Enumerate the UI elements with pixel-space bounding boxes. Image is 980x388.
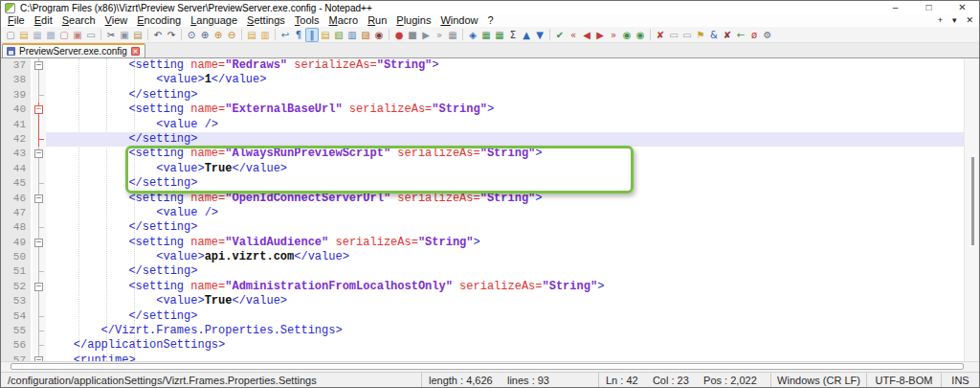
fold-toggle[interactable]: – <box>33 103 46 117</box>
replace-button[interactable]: ⊕ <box>198 28 212 42</box>
horizontal-scrollbar-thumb[interactable] <box>11 363 964 370</box>
macro-stop-button[interactable]: ■ <box>406 28 419 42</box>
code-text[interactable]: <value /> <box>46 206 979 220</box>
nav-first-button[interactable]: « <box>567 28 580 42</box>
bookmark-1-button[interactable]: ▭ <box>667 28 680 42</box>
run-button[interactable]: ◈ <box>466 28 479 42</box>
redo-button[interactable]: ↷ <box>165 28 178 42</box>
fold-toggle[interactable]: – <box>33 192 46 206</box>
menu-search[interactable]: Search <box>57 14 100 27</box>
code-text[interactable]: <setting name="AdministrationFromLocalho… <box>46 280 979 294</box>
fold-toggle[interactable]: – <box>33 58 46 73</box>
clear-marks-button[interactable]: ✘ <box>654 28 667 42</box>
fold-collapse-icon[interactable]: – <box>34 283 43 291</box>
code-text[interactable]: </setting> <box>46 88 979 103</box>
no-entry-button[interactable]: ø <box>747 28 761 42</box>
word-wrap-button[interactable]: ↩ <box>278 28 292 42</box>
status-eol-format[interactable]: Windows (CR LF) <box>770 373 866 387</box>
flag-button[interactable]: ⚑ <box>694 28 707 42</box>
sort-descending-button[interactable]: ▼ <box>533 28 546 42</box>
status-encoding[interactable]: UTF-8-BOM <box>866 373 941 387</box>
macro-record-button[interactable]: ● <box>392 28 406 42</box>
macro-play-button[interactable]: ▶ <box>419 28 433 42</box>
save-all-button[interactable]: ▩ <box>44 28 57 42</box>
record-green-button[interactable]: ◉ <box>620 28 634 42</box>
code-text[interactable]: </setting> <box>46 132 979 147</box>
tab-close-icon[interactable]: ✕ <box>131 47 140 56</box>
code-text[interactable]: </setting> <box>46 309 979 324</box>
document-map-button[interactable]: ▧ <box>332 28 345 42</box>
fold-toggle[interactable]: – <box>33 236 46 250</box>
nav-next-button[interactable]: ▶ <box>593 28 607 42</box>
code-text[interactable]: <setting name="AlwaysRunPreviewScript" s… <box>46 147 979 161</box>
close-all-button[interactable]: ▣ <box>71 28 84 42</box>
fold-collapse-icon[interactable]: – <box>34 149 43 158</box>
new-tab-button[interactable]: + <box>938 14 943 27</box>
find-button[interactable]: ⊙ <box>185 28 198 42</box>
compare-button[interactable]: ▦ <box>479 28 493 42</box>
document-list-button[interactable]: ▥ <box>345 28 359 42</box>
record-green2-button[interactable]: ◉ <box>634 28 647 42</box>
sort-ascending-button[interactable]: ▲ <box>520 28 533 42</box>
macro-save-button[interactable]: ▦ <box>446 28 459 42</box>
undo-button[interactable]: ↶ <box>151 28 165 42</box>
menu-encoding[interactable]: Encoding <box>132 14 186 27</box>
code-text[interactable]: <value>True</value> <box>46 294 979 308</box>
vertical-scrollbar-thumb[interactable] <box>971 157 974 245</box>
maximize-button[interactable]: □ <box>912 1 946 14</box>
print-button[interactable]: ▭ <box>84 28 98 42</box>
code-text[interactable]: <value>1</value> <box>46 73 979 87</box>
code-text[interactable]: <setting name="OpenIdConnectServerUrl" s… <box>46 192 979 206</box>
menu-settings[interactable]: Settings <box>242 14 290 27</box>
menu-help[interactable]: ? <box>483 14 499 27</box>
sync-horizontal-button[interactable]: ▥ <box>258 28 272 42</box>
code-text[interactable]: <value /> <box>46 118 979 132</box>
tab-previewserver-exe-config[interactable]: PreviewServer.exe.config ✕ <box>2 43 145 57</box>
tab-list-button[interactable]: ▾ <box>952 14 957 27</box>
close-file-button[interactable]: ▢ <box>57 28 71 42</box>
code-text[interactable]: </setting> <box>46 220 979 235</box>
close-tab-button[interactable]: ✕ <box>966 14 973 27</box>
menu-view[interactable]: View <box>100 14 133 27</box>
ampersand-button[interactable]: & <box>707 28 721 42</box>
code-text[interactable]: <setting name="ValidAudience" serializeA… <box>46 236 979 250</box>
menu-window[interactable]: Window <box>435 14 482 27</box>
menu-tools[interactable]: Tools <box>290 14 324 27</box>
editor-pane[interactable]: 37– <setting name="Redraws" serializeAs=… <box>1 58 979 361</box>
code-text[interactable]: </setting> <box>46 176 979 191</box>
fold-toggle[interactable]: – <box>33 280 46 294</box>
code-text[interactable]: <setting name="ExternalBaseUrl" serializ… <box>46 103 979 117</box>
sum-button[interactable]: Σ <box>506 28 520 42</box>
code-text[interactable]: <setting name="Redraws" serializeAs="Str… <box>46 58 979 73</box>
compare-lines-button[interactable]: ▦ <box>493 28 506 42</box>
folder-as-workspace-button[interactable]: ▨ <box>359 28 372 42</box>
menu-macro[interactable]: Macro <box>324 14 364 27</box>
code-text[interactable]: <runtime> <box>46 354 979 361</box>
arrow-left-button[interactable]: ← <box>734 28 747 42</box>
nav-prev-button[interactable]: ◀ <box>580 28 593 42</box>
fold-toggle[interactable]: – <box>33 354 46 361</box>
paste-button[interactable]: ▤ <box>131 28 145 42</box>
menu-edit[interactable]: Edit <box>30 14 57 27</box>
function-list-button[interactable]: ▤ <box>319 28 332 42</box>
menu-file[interactable]: File <box>3 14 30 27</box>
close-button[interactable]: ✕ <box>946 1 979 14</box>
open-file-button[interactable]: ▤ <box>17 28 31 42</box>
new-file-button[interactable]: ▢ <box>4 28 17 42</box>
check-button[interactable]: ✔ <box>553 28 567 42</box>
fold-collapse-icon[interactable]: – <box>34 239 43 247</box>
code-text[interactable]: <value>True</value> <box>46 162 979 176</box>
strike-button[interactable]: ✘ <box>721 28 734 42</box>
wrench-button[interactable]: ⚙ <box>761 28 774 42</box>
fold-toggle[interactable]: – <box>33 147 46 161</box>
fold-collapse-icon[interactable]: – <box>34 105 43 114</box>
zoom-out-button[interactable]: ⊖ <box>225 28 238 42</box>
fold-collapse-icon[interactable]: – <box>34 61 43 70</box>
nav-last-button[interactable]: » <box>607 28 620 42</box>
save-file-button[interactable]: ▦ <box>31 28 44 42</box>
bookmark-2-button[interactable]: ▭ <box>680 28 694 42</box>
sync-vertical-button[interactable]: ▤ <box>245 28 258 42</box>
show-all-characters-button[interactable]: ¶ <box>292 28 305 42</box>
fold-collapse-icon[interactable]: – <box>34 356 43 361</box>
code-text[interactable]: </Vizrt.Frames.Properties.Settings> <box>46 324 979 338</box>
